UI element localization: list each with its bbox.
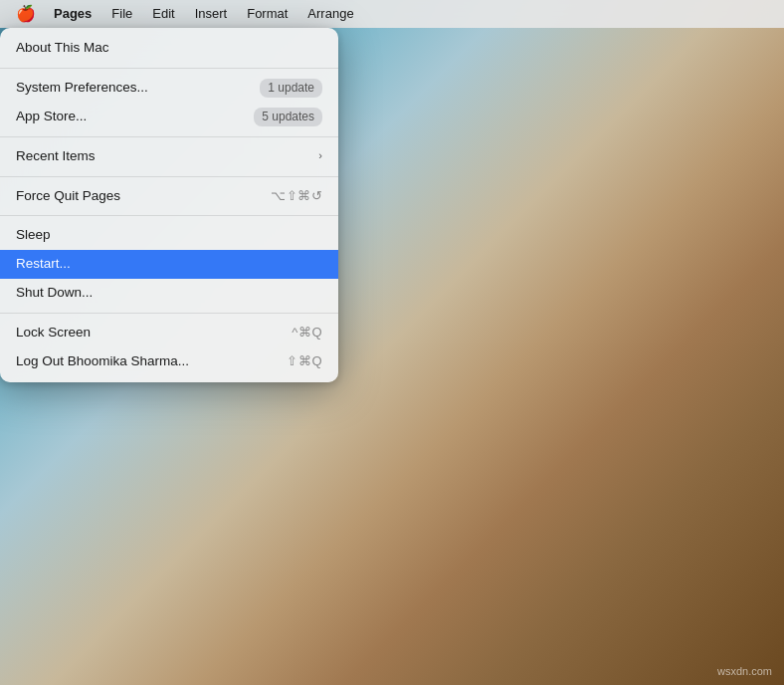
menu-item-logout[interactable]: Log Out Bhoomika Sharma... ⇧⌘Q — [0, 347, 338, 376]
menu-item-about[interactable]: About This Mac — [0, 34, 338, 63]
menu-item-lock-screen[interactable]: Lock Screen ^⌘Q — [0, 319, 338, 347]
menu-item-force-quit-right: ⌥⇧⌘↺ — [271, 187, 322, 205]
apple-menu-item[interactable]: 🍎 — [8, 1, 44, 27]
separator-5 — [0, 313, 338, 314]
menubar-item-edit[interactable]: Edit — [142, 1, 184, 27]
separator-3 — [0, 176, 338, 177]
menu-item-force-quit[interactable]: Force Quit Pages ⌥⇧⌘↺ — [0, 182, 338, 211]
app-store-badge: 5 updates — [254, 108, 322, 126]
menu-item-recent-right: › — [318, 148, 322, 163]
menu-item-recent-items[interactable]: Recent Items › — [0, 142, 338, 171]
menubar-item-file[interactable]: File — [101, 1, 142, 27]
lock-shortcut: ^⌘Q — [292, 324, 322, 342]
menu-item-app-store[interactable]: App Store... 5 updates — [0, 103, 338, 131]
menu-item-restart[interactable]: Restart... — [0, 250, 338, 279]
menu-item-sleep[interactable]: Sleep — [0, 221, 338, 250]
menubar-item-arrange[interactable]: Arrange — [297, 1, 363, 27]
watermark: wsxdn.com — [717, 665, 772, 677]
menubar-item-format[interactable]: Format — [237, 1, 297, 27]
apple-icon: 🍎 — [16, 5, 36, 22]
menu-item-logout-right: ⇧⌘Q — [287, 352, 322, 370]
menu-item-system-prefs-right: 1 update — [260, 79, 322, 98]
separator-1 — [0, 68, 338, 69]
menu-item-shutdown[interactable]: Shut Down... — [0, 279, 338, 308]
apple-dropdown-menu: About This Mac System Preferences... 1 u… — [0, 28, 338, 382]
logout-shortcut: ⇧⌘Q — [287, 352, 322, 370]
separator-4 — [0, 215, 338, 216]
separator-2 — [0, 136, 338, 137]
menu-item-app-store-right: 5 updates — [254, 108, 322, 126]
menubar: 🍎 Pages File Edit Insert Format Arrange — [0, 0, 784, 28]
menubar-item-insert[interactable]: Insert — [185, 1, 238, 27]
menubar-item-pages[interactable]: Pages — [44, 1, 101, 27]
chevron-right-icon: › — [318, 148, 322, 163]
system-prefs-badge: 1 update — [260, 79, 322, 98]
force-quit-shortcut: ⌥⇧⌘↺ — [271, 187, 322, 205]
menu-item-system-prefs[interactable]: System Preferences... 1 update — [0, 74, 338, 103]
menu-item-lock-right: ^⌘Q — [292, 324, 322, 342]
